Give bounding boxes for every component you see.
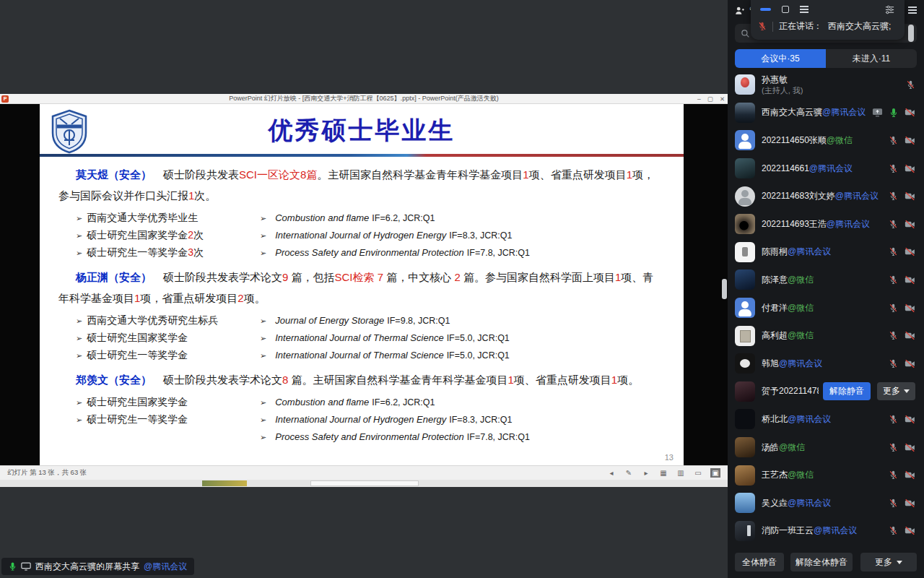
slideshow-view-button[interactable]: ▣ bbox=[710, 468, 720, 478]
participant-source-tag: @微信 bbox=[779, 441, 805, 454]
search-icon bbox=[741, 29, 750, 38]
mic-off-icon[interactable] bbox=[889, 415, 898, 424]
avatar bbox=[735, 521, 755, 541]
university-logo-icon bbox=[50, 109, 89, 154]
next-slide-button[interactable]: ▸ bbox=[641, 469, 651, 477]
avatar bbox=[735, 437, 755, 457]
restore-window-icon[interactable] bbox=[782, 6, 789, 13]
mic-off-icon[interactable] bbox=[906, 80, 915, 90]
journal-item: International Journal of Hydrogen Energy… bbox=[260, 227, 530, 244]
reading-view-button[interactable]: ▭ bbox=[693, 469, 703, 477]
window-close-button[interactable]: ✕ bbox=[720, 95, 725, 103]
mic-off-icon[interactable] bbox=[889, 303, 898, 313]
participant-name: 陈雨桐 bbox=[762, 246, 788, 258]
settings-sliders-icon[interactable] bbox=[884, 4, 895, 15]
camera-off-icon[interactable] bbox=[905, 136, 915, 145]
mic-off-icon[interactable] bbox=[889, 164, 898, 173]
participant-row[interactable]: 消防一班王云 @腾讯会议 bbox=[728, 517, 924, 545]
participant-row[interactable]: 孙惠敏 (主持人, 我) bbox=[728, 71, 924, 99]
menu-icon[interactable] bbox=[800, 6, 808, 13]
mic-off-icon[interactable] bbox=[889, 247, 898, 256]
prev-slide-button[interactable]: ◂ bbox=[606, 469, 616, 477]
camera-off-icon[interactable] bbox=[905, 303, 915, 313]
camera-off-icon[interactable] bbox=[905, 275, 915, 285]
camera-off-icon[interactable] bbox=[905, 331, 915, 340]
window-maximize-button[interactable]: ▢ bbox=[707, 95, 713, 103]
mic-off-icon[interactable] bbox=[889, 359, 898, 368]
mic-off-icon[interactable] bbox=[889, 275, 898, 285]
unmute-button[interactable]: 解除静音 bbox=[823, 382, 871, 400]
mic-off-icon[interactable] bbox=[889, 526, 898, 535]
mute-all-button[interactable]: 全体静音 bbox=[735, 553, 784, 571]
avatar bbox=[735, 103, 755, 123]
meeting-control-popover: 正在讲话： 西南交大高云骥; bbox=[751, 0, 905, 40]
camera-off-icon[interactable] bbox=[905, 526, 915, 535]
camera-off-icon[interactable] bbox=[905, 443, 915, 452]
participant-source-tag: @腾讯会议 bbox=[779, 358, 822, 370]
participant-row[interactable]: 高利超 @微信 bbox=[728, 322, 924, 350]
participant-name: 2022114693王浩 bbox=[762, 218, 827, 230]
minimize-icon[interactable] bbox=[760, 8, 771, 11]
participant-row[interactable]: 西南交大高云骥 @腾讯会议 bbox=[728, 99, 924, 127]
mic-off-icon[interactable] bbox=[889, 220, 898, 229]
footer-more-button[interactable]: 更多 bbox=[860, 553, 917, 571]
camera-off-icon[interactable] bbox=[905, 247, 915, 256]
camera-off-icon[interactable] bbox=[905, 220, 915, 229]
mic-off-icon[interactable] bbox=[889, 136, 898, 145]
caret-down-icon bbox=[897, 561, 902, 564]
journal-item: Journal of Energy StorageIF=9.8, JCR:Q1 bbox=[260, 312, 510, 329]
mic-off-icon[interactable] bbox=[889, 470, 898, 480]
slide-page-number: 13 bbox=[665, 453, 674, 462]
taskbar-thumbnail bbox=[310, 480, 419, 486]
camera-off-icon[interactable] bbox=[905, 415, 915, 424]
mic-off-icon[interactable] bbox=[889, 331, 898, 340]
participant-name: 消防一班王云 bbox=[762, 525, 814, 537]
avatar bbox=[735, 381, 755, 402]
participant-row[interactable]: 吴义垚 @腾讯会议 bbox=[728, 489, 924, 517]
mic-off-icon[interactable] bbox=[889, 443, 898, 452]
participant-row[interactable]: 王艺杰 @微信 bbox=[728, 461, 924, 489]
participant-row[interactable]: 陈雨桐 @腾讯会议 bbox=[728, 238, 924, 267]
participant-source-tag: @微信 bbox=[788, 329, 814, 342]
avatar bbox=[735, 186, 755, 207]
participant-row[interactable]: 桥北北 @腾讯会议 bbox=[728, 405, 924, 434]
tab-not-joined[interactable]: 未进入·11 bbox=[826, 49, 917, 68]
mic-on-icon[interactable] bbox=[889, 108, 898, 118]
participant-row[interactable]: 汤皓 @微信 bbox=[728, 434, 924, 462]
participant-source-tag: @腾讯会议 bbox=[788, 246, 831, 258]
participant-row[interactable]: 陈泽意 @微信 bbox=[728, 266, 924, 294]
participant-row[interactable]: 韩旭 @腾讯会议 bbox=[728, 350, 924, 378]
unmute-all-button[interactable]: 解除全体静音 bbox=[790, 553, 853, 571]
normal-view-button[interactable]: ▦ bbox=[658, 469, 668, 477]
camera-off-icon[interactable] bbox=[905, 499, 915, 508]
graduate-name: 莫天煜（安全） bbox=[76, 168, 152, 181]
mic-off-icon[interactable] bbox=[889, 191, 898, 201]
screen-share-banner: 西南交大高云骥的屏幕共享 @腾讯会议 bbox=[1, 558, 194, 575]
graduate-paragraph: 莫天煜（安全）硕士阶段共发表SCI一区论文8篇。主研国家自然科学基金青年科学基金… bbox=[58, 164, 655, 206]
participant-source-tag: @腾讯会议 bbox=[814, 525, 857, 537]
window-minimize-button[interactable]: – bbox=[697, 95, 701, 103]
participant-row[interactable]: 贺予2022114789 @腾讯会议 解除静音 更多 bbox=[728, 378, 924, 406]
shared-screen-scrollbar-thumb[interactable] bbox=[722, 279, 727, 299]
mic-off-icon[interactable] bbox=[889, 499, 898, 508]
camera-off-icon[interactable] bbox=[905, 191, 915, 201]
pen-tool-button[interactable]: ✎ bbox=[624, 469, 634, 477]
camera-off-icon[interactable] bbox=[905, 359, 915, 368]
slide: 优秀硕士毕业生 莫天煜（安全）硕士阶段共发表SCI一区论文8篇。主研国家自然科学… bbox=[40, 104, 684, 465]
tab-in-meeting[interactable]: 会议中·35 bbox=[735, 49, 826, 68]
powerpoint-titlebar[interactable]: P PowerPoint 幻灯片放映 - [西南交通大学+消防工程【0625】.… bbox=[0, 94, 728, 104]
camera-off-icon[interactable] bbox=[905, 108, 915, 117]
camera-off-icon[interactable] bbox=[905, 164, 915, 173]
participant-row[interactable]: 2022114661 @腾讯会议 bbox=[728, 155, 924, 183]
participant-row[interactable]: 2022114683刘文婷 @腾讯会议 bbox=[728, 182, 924, 210]
panel-menu-icon[interactable] bbox=[908, 7, 917, 14]
row-more-button[interactable]: 更多 bbox=[877, 382, 915, 400]
participant-row[interactable]: 2022114693王浩 @腾讯会议 bbox=[728, 210, 924, 238]
participant-row[interactable]: 付君洋 @微信 bbox=[728, 294, 924, 322]
list-scrollbar-thumb[interactable] bbox=[908, 25, 914, 42]
journal-item: International Journal of Thermal Science… bbox=[260, 347, 510, 364]
participant-source-tag: @腾讯会议 bbox=[835, 190, 879, 202]
slide-sorter-view-button[interactable]: ▥ bbox=[676, 469, 686, 477]
participant-row[interactable]: 2022114650张顺 @微信 bbox=[728, 126, 924, 155]
camera-off-icon[interactable] bbox=[905, 470, 915, 480]
